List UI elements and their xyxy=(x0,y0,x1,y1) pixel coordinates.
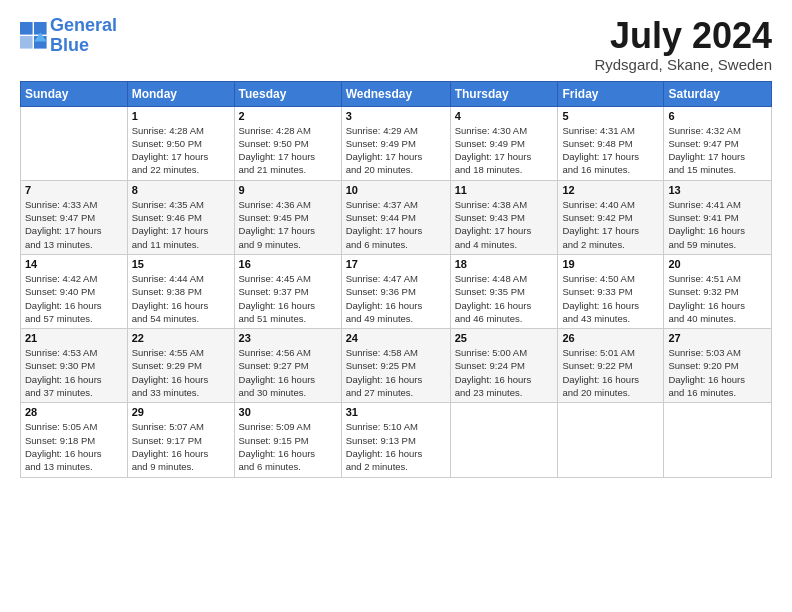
calendar-cell-w3-d4: 25Sunrise: 5:00 AM Sunset: 9:24 PM Dayli… xyxy=(450,329,558,403)
calendar-cell-w4-d5 xyxy=(558,403,664,477)
day-info: Sunrise: 4:38 AM Sunset: 9:43 PM Dayligh… xyxy=(455,198,554,251)
calendar-cell-w2-d0: 14Sunrise: 4:42 AM Sunset: 9:40 PM Dayli… xyxy=(21,254,128,328)
calendar-cell-w0-d4: 4Sunrise: 4:30 AM Sunset: 9:49 PM Daylig… xyxy=(450,106,558,180)
calendar-cell-w1-d1: 8Sunrise: 4:35 AM Sunset: 9:46 PM Daylig… xyxy=(127,180,234,254)
day-info: Sunrise: 4:58 AM Sunset: 9:25 PM Dayligh… xyxy=(346,346,446,399)
day-number: 2 xyxy=(239,110,337,122)
week-row-4: 28Sunrise: 5:05 AM Sunset: 9:18 PM Dayli… xyxy=(21,403,772,477)
weekday-friday: Friday xyxy=(558,81,664,106)
calendar-cell-w4-d3: 31Sunrise: 5:10 AM Sunset: 9:13 PM Dayli… xyxy=(341,403,450,477)
day-info: Sunrise: 4:29 AM Sunset: 9:49 PM Dayligh… xyxy=(346,124,446,177)
day-number: 29 xyxy=(132,406,230,418)
day-info: Sunrise: 4:50 AM Sunset: 9:33 PM Dayligh… xyxy=(562,272,659,325)
day-info: Sunrise: 4:28 AM Sunset: 9:50 PM Dayligh… xyxy=(132,124,230,177)
day-info: Sunrise: 4:56 AM Sunset: 9:27 PM Dayligh… xyxy=(239,346,337,399)
calendar-cell-w2-d5: 19Sunrise: 4:50 AM Sunset: 9:33 PM Dayli… xyxy=(558,254,664,328)
weekday-monday: Monday xyxy=(127,81,234,106)
day-number: 30 xyxy=(239,406,337,418)
calendar-cell-w4-d6 xyxy=(664,403,772,477)
day-number: 23 xyxy=(239,332,337,344)
week-row-3: 21Sunrise: 4:53 AM Sunset: 9:30 PM Dayli… xyxy=(21,329,772,403)
calendar-cell-w2-d1: 15Sunrise: 4:44 AM Sunset: 9:38 PM Dayli… xyxy=(127,254,234,328)
calendar-cell-w1-d6: 13Sunrise: 4:41 AM Sunset: 9:41 PM Dayli… xyxy=(664,180,772,254)
day-number: 22 xyxy=(132,332,230,344)
day-number: 1 xyxy=(132,110,230,122)
calendar-cell-w2-d4: 18Sunrise: 4:48 AM Sunset: 9:35 PM Dayli… xyxy=(450,254,558,328)
day-info: Sunrise: 4:32 AM Sunset: 9:47 PM Dayligh… xyxy=(668,124,767,177)
day-info: Sunrise: 5:00 AM Sunset: 9:24 PM Dayligh… xyxy=(455,346,554,399)
logo-icon xyxy=(20,22,48,50)
weekday-saturday: Saturday xyxy=(664,81,772,106)
day-info: Sunrise: 4:48 AM Sunset: 9:35 PM Dayligh… xyxy=(455,272,554,325)
day-info: Sunrise: 4:33 AM Sunset: 9:47 PM Dayligh… xyxy=(25,198,123,251)
day-number: 10 xyxy=(346,184,446,196)
day-number: 15 xyxy=(132,258,230,270)
day-info: Sunrise: 4:45 AM Sunset: 9:37 PM Dayligh… xyxy=(239,272,337,325)
calendar-cell-w3-d6: 27Sunrise: 5:03 AM Sunset: 9:20 PM Dayli… xyxy=(664,329,772,403)
day-number: 26 xyxy=(562,332,659,344)
week-row-2: 14Sunrise: 4:42 AM Sunset: 9:40 PM Dayli… xyxy=(21,254,772,328)
day-number: 28 xyxy=(25,406,123,418)
month-year: July 2024 xyxy=(594,16,772,56)
calendar-cell-w3-d5: 26Sunrise: 5:01 AM Sunset: 9:22 PM Dayli… xyxy=(558,329,664,403)
calendar-cell-w0-d5: 5Sunrise: 4:31 AM Sunset: 9:48 PM Daylig… xyxy=(558,106,664,180)
calendar-cell-w2-d3: 17Sunrise: 4:47 AM Sunset: 9:36 PM Dayli… xyxy=(341,254,450,328)
day-info: Sunrise: 5:01 AM Sunset: 9:22 PM Dayligh… xyxy=(562,346,659,399)
day-number: 17 xyxy=(346,258,446,270)
day-number: 3 xyxy=(346,110,446,122)
day-number: 20 xyxy=(668,258,767,270)
logo: General Blue xyxy=(20,16,117,56)
logo-text: General Blue xyxy=(50,16,117,56)
day-number: 11 xyxy=(455,184,554,196)
day-info: Sunrise: 4:55 AM Sunset: 9:29 PM Dayligh… xyxy=(132,346,230,399)
day-number: 14 xyxy=(25,258,123,270)
day-info: Sunrise: 4:31 AM Sunset: 9:48 PM Dayligh… xyxy=(562,124,659,177)
calendar-cell-w4-d4 xyxy=(450,403,558,477)
calendar-cell-w2-d6: 20Sunrise: 4:51 AM Sunset: 9:32 PM Dayli… xyxy=(664,254,772,328)
calendar-cell-w4-d2: 30Sunrise: 5:09 AM Sunset: 9:15 PM Dayli… xyxy=(234,403,341,477)
calendar-cell-w3-d3: 24Sunrise: 4:58 AM Sunset: 9:25 PM Dayli… xyxy=(341,329,450,403)
day-info: Sunrise: 4:30 AM Sunset: 9:49 PM Dayligh… xyxy=(455,124,554,177)
calendar-cell-w1-d4: 11Sunrise: 4:38 AM Sunset: 9:43 PM Dayli… xyxy=(450,180,558,254)
calendar-cell-w0-d3: 3Sunrise: 4:29 AM Sunset: 9:49 PM Daylig… xyxy=(341,106,450,180)
weekday-header-row: SundayMondayTuesdayWednesdayThursdayFrid… xyxy=(21,81,772,106)
weekday-wednesday: Wednesday xyxy=(341,81,450,106)
week-row-1: 7Sunrise: 4:33 AM Sunset: 9:47 PM Daylig… xyxy=(21,180,772,254)
weekday-sunday: Sunday xyxy=(21,81,128,106)
calendar-cell-w0-d1: 1Sunrise: 4:28 AM Sunset: 9:50 PM Daylig… xyxy=(127,106,234,180)
calendar-cell-w1-d3: 10Sunrise: 4:37 AM Sunset: 9:44 PM Dayli… xyxy=(341,180,450,254)
weekday-thursday: Thursday xyxy=(450,81,558,106)
calendar-cell-w0-d6: 6Sunrise: 4:32 AM Sunset: 9:47 PM Daylig… xyxy=(664,106,772,180)
day-info: Sunrise: 4:47 AM Sunset: 9:36 PM Dayligh… xyxy=(346,272,446,325)
day-number: 8 xyxy=(132,184,230,196)
calendar-body: 1Sunrise: 4:28 AM Sunset: 9:50 PM Daylig… xyxy=(21,106,772,477)
calendar-cell-w3-d1: 22Sunrise: 4:55 AM Sunset: 9:29 PM Dayli… xyxy=(127,329,234,403)
calendar-cell-w1-d2: 9Sunrise: 4:36 AM Sunset: 9:45 PM Daylig… xyxy=(234,180,341,254)
page-header: General Blue July 2024 Rydsgard, Skane, … xyxy=(20,16,772,73)
day-info: Sunrise: 4:40 AM Sunset: 9:42 PM Dayligh… xyxy=(562,198,659,251)
svg-rect-0 xyxy=(20,22,33,35)
day-number: 21 xyxy=(25,332,123,344)
day-number: 27 xyxy=(668,332,767,344)
day-info: Sunrise: 5:07 AM Sunset: 9:17 PM Dayligh… xyxy=(132,420,230,473)
day-info: Sunrise: 4:28 AM Sunset: 9:50 PM Dayligh… xyxy=(239,124,337,177)
calendar-cell-w4-d0: 28Sunrise: 5:05 AM Sunset: 9:18 PM Dayli… xyxy=(21,403,128,477)
day-number: 7 xyxy=(25,184,123,196)
calendar-cell-w4-d1: 29Sunrise: 5:07 AM Sunset: 9:17 PM Dayli… xyxy=(127,403,234,477)
calendar-cell-w1-d0: 7Sunrise: 4:33 AM Sunset: 9:47 PM Daylig… xyxy=(21,180,128,254)
day-info: Sunrise: 4:36 AM Sunset: 9:45 PM Dayligh… xyxy=(239,198,337,251)
day-number: 25 xyxy=(455,332,554,344)
day-number: 16 xyxy=(239,258,337,270)
day-info: Sunrise: 5:05 AM Sunset: 9:18 PM Dayligh… xyxy=(25,420,123,473)
day-number: 13 xyxy=(668,184,767,196)
calendar-cell-w2-d2: 16Sunrise: 4:45 AM Sunset: 9:37 PM Dayli… xyxy=(234,254,341,328)
day-info: Sunrise: 4:53 AM Sunset: 9:30 PM Dayligh… xyxy=(25,346,123,399)
day-info: Sunrise: 4:51 AM Sunset: 9:32 PM Dayligh… xyxy=(668,272,767,325)
day-number: 12 xyxy=(562,184,659,196)
day-number: 9 xyxy=(239,184,337,196)
calendar-cell-w0-d0 xyxy=(21,106,128,180)
day-info: Sunrise: 4:44 AM Sunset: 9:38 PM Dayligh… xyxy=(132,272,230,325)
week-row-0: 1Sunrise: 4:28 AM Sunset: 9:50 PM Daylig… xyxy=(21,106,772,180)
day-info: Sunrise: 5:09 AM Sunset: 9:15 PM Dayligh… xyxy=(239,420,337,473)
svg-rect-2 xyxy=(20,36,33,49)
